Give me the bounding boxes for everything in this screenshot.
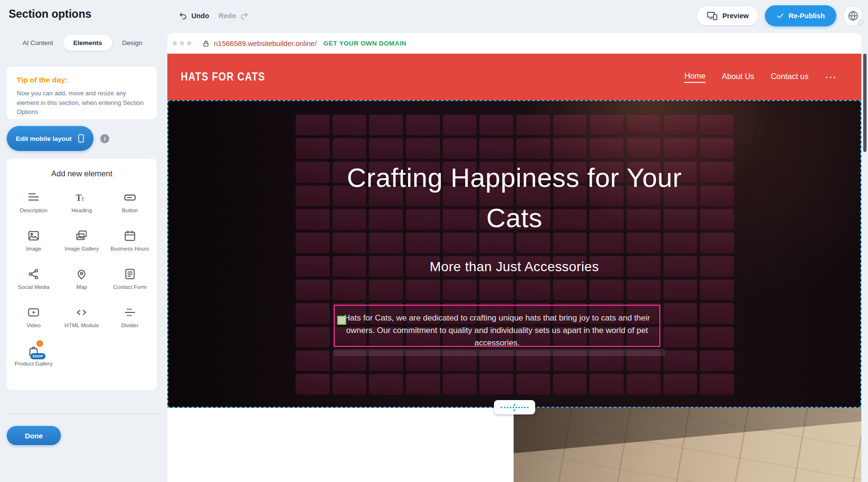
divider-icon (124, 306, 136, 319)
window-dot (187, 41, 191, 46)
more-options-icon[interactable]: ⋯ (825, 75, 836, 80)
html-module-icon (75, 306, 88, 319)
element-label: Social Media (18, 284, 49, 291)
element-button[interactable]: Button (106, 186, 154, 224)
mobile-phone-icon (76, 133, 86, 144)
resize-up-icon: ▲ (513, 403, 516, 406)
language-button[interactable] (843, 6, 863, 26)
get-domain-link[interactable]: GET YOUR OWN DOMAIN (323, 40, 406, 47)
undo-icon (179, 11, 188, 21)
element-label: Product Gallery (15, 360, 53, 367)
svg-text:T: T (76, 193, 82, 203)
element-hover-strip (334, 349, 665, 356)
svg-text:t: t (82, 195, 84, 202)
hero-heading[interactable]: Crafting Happiness for Your Cats (168, 158, 860, 238)
page-title: Section options (9, 8, 92, 21)
element-drag-handle[interactable] (337, 316, 346, 325)
language-badge (858, 20, 863, 25)
section-resize-handle[interactable]: ▲ ▼ (494, 400, 535, 414)
element-label: Image Gallery (65, 245, 99, 252)
image-gallery-icon (75, 229, 88, 242)
element-label: Video (27, 322, 41, 329)
site-logo[interactable]: HATS FOR CATS (181, 70, 265, 83)
description-icon (27, 191, 40, 204)
element-video[interactable]: Video (10, 301, 58, 339)
element-label: Image (26, 245, 41, 252)
topbar-actions: Preview Re-Publish (697, 0, 863, 32)
hero-paragraph-selected[interactable]: Hats for Cats, we are dedicated to craft… (334, 305, 660, 347)
edit-mobile-layout-button[interactable]: Edit mobile layout (7, 126, 94, 151)
hero-heading-text: Crafting Happiness for Your Cats (337, 158, 692, 238)
redo-icon (239, 11, 248, 21)
add-element-title: Add new element (7, 169, 157, 178)
element-map[interactable]: Map (58, 263, 106, 301)
element-html-module[interactable]: HTML Module (58, 301, 106, 339)
site-preview: n1566589.websitebuilder.online/ GET YOUR… (167, 33, 861, 482)
add-element-card: Add new element Description T t Heading (7, 159, 157, 390)
element-label: Contact Form (113, 284, 147, 291)
topbar: Section options Undo Redo Previe (0, 0, 868, 32)
republish-label: Re-Publish (788, 12, 825, 20)
element-label: Button (122, 207, 138, 214)
preview-button[interactable]: Preview (697, 6, 758, 25)
redo-button[interactable]: Redo (219, 0, 248, 32)
element-contact-form[interactable]: Contact Form (106, 263, 154, 301)
element-business-hours[interactable]: Business Hours (106, 224, 154, 263)
preview-devices-icon (706, 11, 718, 21)
republish-button[interactable]: Re-Publish (765, 5, 836, 26)
info-icon[interactable]: i (100, 134, 109, 143)
heading-icon: T t (75, 191, 88, 204)
tip-body: Now you can add, move and resize any ele… (17, 89, 147, 117)
upgrade-badge-icon: ↑ (36, 340, 43, 347)
window-controls (173, 41, 191, 46)
element-label: Heading (71, 207, 92, 214)
hero-section[interactable]: Crafting Happiness for Your Cats More th… (167, 100, 861, 408)
done-button[interactable]: Done (7, 426, 61, 445)
element-image-gallery[interactable]: Image Gallery (58, 224, 106, 263)
element-product-gallery[interactable]: ↑ SHOP Product Gallery (10, 339, 58, 378)
hero-subheading[interactable]: More than Just Accessories (168, 259, 860, 275)
element-label: Description (20, 207, 47, 214)
element-grid: Description T t Heading Button (7, 178, 157, 378)
button-icon (124, 191, 136, 204)
tab-elements[interactable]: Elements (63, 35, 112, 51)
resize-down-icon: ▼ (513, 409, 516, 412)
undo-label: Undo (191, 12, 209, 20)
globe-icon (847, 10, 859, 22)
nav-about-us[interactable]: About Us (722, 72, 754, 82)
site-nav: Home About Us Contact us ⋯ (684, 71, 836, 83)
shop-badge: SHOP (30, 353, 46, 359)
tab-design[interactable]: Design (112, 35, 152, 51)
page-scrollbar[interactable] (863, 54, 867, 152)
tip-of-the-day-card: Tip of the day: Now you can add, move an… (7, 67, 157, 119)
element-label: Map (76, 284, 87, 291)
element-label: Business Hours (111, 245, 150, 252)
check-icon (776, 12, 784, 20)
preview-label: Preview (722, 12, 749, 20)
hero-paragraph-text: Hats for Cats, we are dedicated to craft… (344, 313, 650, 347)
element-divider[interactable]: Divider (106, 301, 154, 339)
video-icon (27, 306, 40, 319)
pavement-photo-image (514, 408, 861, 482)
element-label: HTML Module (65, 322, 99, 329)
tip-title: Tip of the day: (17, 76, 147, 84)
edit-mobile-layout-label: Edit mobile layout (16, 135, 71, 142)
element-description[interactable]: Description (10, 186, 58, 224)
nav-home[interactable]: Home (684, 71, 705, 83)
undo-button[interactable]: Undo (179, 0, 209, 32)
element-heading[interactable]: T t Heading (58, 186, 106, 224)
redo-label: Redo (219, 12, 236, 20)
contact-form-icon (124, 267, 136, 281)
social-media-icon (27, 267, 40, 281)
next-section[interactable] (167, 408, 861, 482)
sidebar-divider (7, 413, 157, 414)
site-url: n1566589.websitebuilder.online/ (214, 39, 317, 47)
element-social-media[interactable]: Social Media (10, 263, 58, 301)
sidebar: AI Content Elements Design Tip of the da… (0, 32, 167, 482)
element-image[interactable]: Image (10, 224, 58, 263)
element-label: Divider (121, 322, 139, 329)
browser-chrome: n1566589.websitebuilder.online/ GET YOUR… (167, 33, 861, 54)
tab-ai-content[interactable]: AI Content (12, 35, 63, 51)
image-icon (27, 229, 40, 242)
nav-contact-us[interactable]: Contact us (771, 72, 809, 82)
